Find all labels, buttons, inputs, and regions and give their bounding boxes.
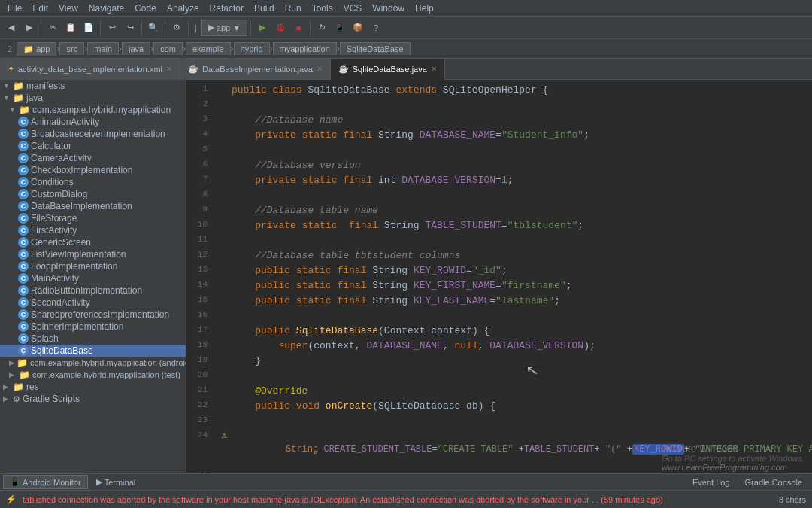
tree-SqliteDataBase[interactable]: C SqliteDataBase bbox=[0, 345, 186, 357]
breadcrumb-java[interactable]: java bbox=[122, 42, 150, 55]
tree-SecondActivity[interactable]: C SecondActivity bbox=[0, 297, 186, 309]
tree-FirstActivity[interactable]: C FirstActivity bbox=[0, 224, 186, 236]
stop-btn[interactable]: ■ bbox=[290, 20, 307, 36]
sync-btn[interactable]: ↻ bbox=[314, 20, 330, 36]
class-icon-checkbox: C bbox=[18, 165, 29, 175]
help-btn[interactable]: ? bbox=[368, 20, 384, 36]
breadcrumb-sqlitedatabase[interactable]: SqliteDataBase bbox=[340, 42, 411, 55]
tree-SpinnerImplementation[interactable]: C SpinnerImplementation bbox=[0, 321, 186, 333]
tree-Splash[interactable]: C Splash bbox=[0, 333, 186, 345]
tree-CustomDialog[interactable]: C CustomDialog bbox=[0, 188, 186, 200]
menu-run[interactable]: Run bbox=[280, 2, 306, 15]
tree-Calculator[interactable]: C Calculator bbox=[0, 140, 186, 152]
run-btn[interactable]: ▶ bbox=[254, 20, 271, 36]
tree-package-test[interactable]: ▶ 📁 com.example.hybrid.myapplication (te… bbox=[0, 369, 186, 381]
class-icon-listview: C bbox=[18, 249, 29, 260]
breadcrumb-myapplication[interactable]: myapplication bbox=[273, 42, 337, 55]
breadcrumb-example[interactable]: example bbox=[186, 42, 231, 55]
tab-sqlite-java[interactable]: ☕ SqliteDataBase.java ✕ bbox=[331, 59, 445, 80]
code-line-24: 24 ⚠ String CREATE_STUDENT_TABLE="CREATE… bbox=[186, 429, 812, 470]
breadcrumb-com[interactable]: com bbox=[153, 42, 183, 55]
menu-navigate[interactable]: Navigate bbox=[84, 2, 129, 15]
toolbar-undo-btn[interactable]: ↩ bbox=[104, 20, 120, 36]
tree-MainActivity[interactable]: C MainActivity bbox=[0, 272, 186, 284]
code-line-19: 19 } bbox=[186, 354, 812, 369]
tree-package-main[interactable]: ▼ 📁 com.example.hybrid.myapplication bbox=[0, 104, 186, 116]
tree-AnimationActivity[interactable]: C AnimationActivity bbox=[0, 116, 186, 128]
editor-content[interactable]: 1 public class SqliteDataBase extends SQ… bbox=[186, 80, 812, 473]
toolbar-copy-btn[interactable]: 📋 bbox=[62, 20, 79, 36]
class-icon-radiobutton: C bbox=[18, 285, 29, 296]
tree-java[interactable]: ▼ 📁 java bbox=[0, 92, 186, 104]
menu-analyze[interactable]: Analyze bbox=[162, 2, 204, 15]
android-monitor-icon: 📱 bbox=[10, 477, 20, 487]
menu-file[interactable]: File bbox=[3, 2, 26, 15]
tree-res[interactable]: ▶ 📁 res bbox=[0, 381, 186, 393]
bottom-tab-android-monitor[interactable]: 📱 Android Monitor bbox=[3, 475, 88, 489]
breadcrumb-hybrid[interactable]: hybrid bbox=[234, 42, 270, 55]
tab-activity-xml[interactable]: ✦ activity_data_base_implementation.xml … bbox=[0, 59, 180, 80]
tab-close-activity-xml[interactable]: ✕ bbox=[166, 65, 172, 73]
breadcrumb-app[interactable]: 📁app bbox=[17, 42, 56, 56]
terminal-icon: ▶ bbox=[96, 477, 102, 487]
code-line-22: 22 public void onCreate(SQLiteDatabase d… bbox=[186, 399, 812, 414]
tab-close-database-java[interactable]: ✕ bbox=[317, 65, 323, 73]
class-icon-calculator: C bbox=[18, 141, 29, 151]
toolbar-cut-btn[interactable]: ✂ bbox=[44, 20, 61, 36]
tree-SharedpreferencesImplementation[interactable]: C SharedpreferencesImplementation bbox=[0, 309, 186, 321]
avd-btn[interactable]: 📱 bbox=[332, 20, 348, 36]
tree-LooppImplementation[interactable]: C LooppImplementation bbox=[0, 260, 186, 272]
tree-CheckboxImplementation[interactable]: C CheckboxImplementation bbox=[0, 164, 186, 176]
bottom-tab-gradle[interactable]: Gradle Console bbox=[738, 476, 809, 489]
terminal-label: Terminal bbox=[105, 478, 136, 487]
debug-btn[interactable]: 🐞 bbox=[272, 20, 289, 36]
project-label: 2 bbox=[3, 44, 17, 53]
menu-help[interactable]: Help bbox=[411, 2, 438, 15]
bottom-tab-event-log[interactable]: Event Log bbox=[686, 476, 737, 489]
menu-edit[interactable]: Edit bbox=[28, 2, 53, 15]
tab-database-java[interactable]: ☕ DataBaseImplementation.java ✕ bbox=[180, 59, 331, 80]
menu-vcs[interactable]: VCS bbox=[339, 2, 367, 15]
menu-refactor[interactable]: Refactor bbox=[205, 2, 248, 15]
class-icon-animation: C bbox=[18, 117, 29, 127]
class-icon-firstactivity: C bbox=[18, 225, 29, 236]
menu-view[interactable]: View bbox=[54, 2, 83, 15]
menu-build[interactable]: Build bbox=[250, 2, 279, 15]
run-config-dropdown[interactable]: ▶ app ▼ bbox=[201, 20, 247, 36]
tree-Conditions[interactable]: C Conditions bbox=[0, 176, 186, 188]
code-line-1: 1 public class SqliteDataBase extends SQ… bbox=[186, 83, 812, 98]
toolbar-redo-btn[interactable]: ↪ bbox=[122, 20, 138, 36]
code-line-21: 21 @Override bbox=[186, 384, 812, 399]
tree-RadioButtonImplementation[interactable]: C RadioButtonImplementation bbox=[0, 284, 186, 297]
tree-DataBaseImplementation[interactable]: C DataBaseImplementation bbox=[0, 200, 186, 212]
tree-manifests[interactable]: ▼ 📁 manifests bbox=[0, 80, 186, 92]
tree-FileStorage[interactable]: C FileStorage bbox=[0, 212, 186, 224]
menu-code[interactable]: Code bbox=[130, 2, 161, 15]
class-icon-mainactivity: C bbox=[18, 273, 29, 284]
toolbar-search-btn[interactable]: 🔍 bbox=[145, 20, 162, 36]
tree-CameraActivity[interactable]: C CameraActivity bbox=[0, 152, 186, 164]
editor-area: 1 public class SqliteDataBase extends SQ… bbox=[186, 80, 812, 473]
toolbar-back-btn[interactable]: ◀ bbox=[3, 20, 20, 36]
tree-GenericScreen[interactable]: C GenericScreen bbox=[0, 236, 186, 248]
tree-gradle-scripts[interactable]: ▶ ⚙ Gradle Scripts bbox=[0, 393, 186, 405]
android-monitor-label: Android Monitor bbox=[23, 478, 81, 487]
bottom-tabs: 📱 Android Monitor ▶ Terminal Event Log G… bbox=[0, 473, 812, 490]
code-line-13: 13 public static final String KEY_ROWID=… bbox=[186, 263, 812, 278]
code-line-20: 20 bbox=[186, 369, 812, 384]
bottom-tab-terminal[interactable]: ▶ Terminal bbox=[89, 475, 143, 489]
sdk-btn[interactable]: 📦 bbox=[350, 20, 366, 36]
tree-ListViewImplementation[interactable]: C ListViewImplementation bbox=[0, 248, 186, 260]
tree-package-android[interactable]: ▶ 📁 com.example.hybrid.myapplication (an… bbox=[0, 357, 186, 369]
menu-tools[interactable]: Tools bbox=[308, 2, 338, 15]
toolbar-settings-btn[interactable]: ⚙ bbox=[168, 20, 185, 36]
tree-BroadcastreceiverImplementation[interactable]: C BroadcastreceiverImplementation bbox=[0, 128, 186, 140]
breadcrumb-main[interactable]: main bbox=[87, 42, 119, 55]
toolbar: ◀ ▶ ✂ 📋 📄 ↩ ↪ 🔍 ⚙ | ▶ app ▼ ▶ 🐞 ■ ↻ 📱 📦 … bbox=[0, 17, 812, 39]
menu-window[interactable]: Window bbox=[368, 2, 409, 15]
toolbar-paste-btn[interactable]: 📄 bbox=[80, 20, 97, 36]
class-icon-broadcast: C bbox=[18, 129, 29, 139]
breadcrumb-src[interactable]: src bbox=[59, 42, 84, 55]
toolbar-forward-btn[interactable]: ▶ bbox=[21, 20, 38, 36]
tab-close-sqlite-java[interactable]: ✕ bbox=[431, 65, 437, 73]
